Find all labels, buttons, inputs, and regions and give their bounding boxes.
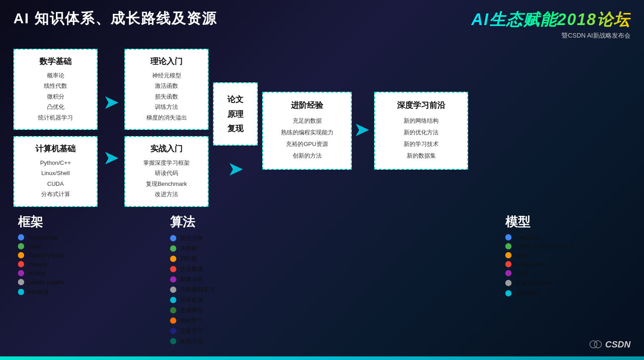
model-dot-5: [505, 270, 512, 276]
framework-dot-5: [18, 270, 24, 276]
practice-item-1: 掌握深度学习框架: [132, 158, 200, 168]
deep-item-1: 新的网络结构: [383, 115, 459, 127]
theory-intro-box: 理论入门 神经元模型 激活函数 损失函数 训练方法 梯度的消失溢出: [124, 49, 209, 130]
algo-item-3: 贝叶斯: [170, 255, 487, 263]
framework-text-6: paddle paddle: [28, 279, 64, 286]
deep-item-3: 新的学习技术: [383, 138, 459, 150]
algo-dot-4: [170, 266, 176, 272]
frameworks-items: TensorFlow Caffe Torch/PyTorch Theano: [18, 234, 116, 296]
logo-area: AI生态赋能2018论坛 暨CSDN AI新战略发布会: [471, 9, 631, 40]
practice-intro-box: 实战入门 掌握深度学习框架 研读代码 复现Benchmark 改进方法: [124, 136, 209, 207]
algo-text-7: 异常检测: [180, 296, 203, 304]
model-text-2: RNN/LSTM/GRU/NTM: [515, 243, 574, 250]
framework-dot-2: [18, 243, 24, 249]
theory-item-1: 神经元模型: [132, 70, 200, 81]
algo-dot-3: [170, 256, 176, 262]
framework-item-1: TensorFlow: [18, 234, 116, 241]
model-text-6: 自编码机/VAE: [515, 279, 551, 287]
model-item-1: CNN/IGN: [505, 234, 631, 241]
cs-basics-title: 计算机基础: [21, 143, 90, 154]
models-section: 模型 CNN/IGN RNN/LSTM/GRU/NTM DRN: [487, 214, 631, 345]
arrow-3: ➤: [352, 120, 372, 139]
framework-dot-7: [18, 289, 24, 295]
model-item-6: 自编码机/VAE: [505, 279, 631, 287]
algo-item-6: 关联规则学习: [170, 286, 487, 294]
algo-dot-9: [170, 317, 176, 324]
adv-item-4: 创新的方法: [271, 150, 343, 162]
framework-dot-6: [18, 279, 24, 285]
theory-practice-col: 理论入门 神经元模型 激活函数 损失函数 训练方法 梯度的消失溢出 实战入门 掌…: [124, 49, 209, 207]
model-item-7: 其他模型: [505, 289, 631, 297]
framework-item-3: Torch/PyTorch: [18, 252, 116, 259]
models-items: CNN/IGN RNN/LSTM/GRU/NTM DRN GAN/wGAN: [505, 234, 631, 297]
model-item-5: SVM: [505, 270, 631, 277]
algo-text-9: 强化学习: [180, 317, 203, 325]
model-dot-7: [505, 290, 512, 296]
practice-item-2: 研读代码: [132, 168, 200, 178]
arrow-2: ➤: [226, 159, 246, 179]
model-dot-3: [505, 252, 512, 258]
arrow-1-bottom: ➤: [101, 148, 121, 167]
arrow-col-3: ➤: [350, 120, 374, 139]
deep-learning-title: 深度学习前沿: [383, 100, 459, 111]
algo-text-4: 分层聚类: [180, 265, 203, 273]
model-dot-6: [505, 280, 512, 286]
csdn-icon: [589, 338, 602, 351]
practice-item-4: 改进方法: [132, 189, 200, 199]
algo-dot-7: [170, 297, 176, 303]
theory-item-3: 损失函数: [132, 91, 200, 102]
framework-item-7: Keras等: [18, 288, 116, 296]
framework-text-3: Torch/PyTorch: [28, 252, 64, 259]
theory-intro-items: 神经元模型 激活函数 损失函数 训练方法 梯度的消失溢出: [132, 70, 200, 123]
algo-text-8: 生成模型: [180, 306, 203, 314]
model-text-4: GAN/wGAN: [515, 261, 546, 268]
math-basics-box: 数学基础 概率论 线性代数 微积分 凸优化 统计机器学习: [13, 49, 98, 130]
frameworks-section: 框架 TensorFlow Caffe Torch/PyTorch: [13, 214, 116, 345]
cs-item-2: Linux/Shell: [21, 168, 90, 178]
algo-item-1: 线性分类: [170, 234, 487, 242]
page-title: AI 知识体系、成长路线及资源: [13, 9, 217, 29]
arrow-col-1: ➤ ➤: [98, 88, 124, 167]
svg-point-10: [594, 341, 601, 348]
theory-item-2: 激活函数: [132, 81, 200, 91]
model-dot-2: [505, 243, 512, 249]
algo-text-5: 聚类分析: [180, 275, 203, 283]
cs-item-1: Python/C++: [21, 158, 90, 168]
advanced-box: 进阶经验 充足的数据 熟练的编程实现能力 充裕的GPU资源 创新的方法: [262, 92, 352, 170]
csdn-logo: CSDN: [589, 338, 631, 351]
framework-item-5: MXNet: [18, 270, 116, 277]
arrow-1-top: ➤: [101, 92, 121, 112]
deep-item-2: 新的优化方法: [383, 127, 459, 138]
flow-row: 数学基础 概率论 线性代数 微积分 凸优化 统计机器学习 计算机基础 Pytho…: [13, 49, 631, 207]
algo-dot-11: [170, 338, 176, 344]
adv-item-1: 充足的数据: [271, 115, 343, 127]
algo-item-4: 分层聚类: [170, 265, 487, 273]
practice-intro-items: 掌握深度学习框架 研读代码 复现Benchmark 改进方法: [132, 158, 200, 200]
frameworks-label: 框架: [18, 214, 116, 231]
cs-basics-box: 计算机基础 Python/C++ Linux/Shell CUDA 分布式计算: [13, 136, 98, 207]
model-text-5: SVM: [515, 270, 528, 277]
adv-item-2: 熟练的编程实现能力: [271, 127, 343, 138]
algo-item-11: 其他方法: [170, 337, 487, 345]
main-layout: 数学基础 概率论 线性代数 微积分 凸优化 统计机器学习 计算机基础 Pytho…: [13, 49, 631, 345]
deep-learning-box: 深度学习前沿 新的网络结构 新的优化方法 新的学习技术 新的数据集: [374, 92, 468, 170]
model-item-2: RNN/LSTM/GRU/NTM: [505, 243, 631, 250]
algo-text-11: 其他方法: [180, 337, 203, 345]
algorithms-items: 线性分类 决策树 贝叶斯 分层聚类: [170, 234, 487, 345]
algo-dot-8: [170, 307, 176, 313]
logo-sub: 暨CSDN AI新战略发布会: [562, 32, 631, 40]
paper-line-1: 论文: [227, 92, 243, 107]
model-text-7: 其他模型: [515, 289, 538, 297]
paper-arrow-col: 论文 原理 复现 ➤: [209, 80, 262, 179]
deep-learning-items: 新的网络结构 新的优化方法 新的学习技术 新的数据集: [383, 115, 459, 162]
paper-line-2: 原理: [227, 107, 243, 121]
algo-text-2: 决策树: [180, 244, 197, 253]
algo-item-10: 迁移学习: [170, 327, 487, 335]
framework-dot-4: [18, 261, 24, 267]
model-dot-1: [505, 234, 512, 240]
theory-item-5: 梯度的消失溢出: [132, 112, 200, 123]
algo-dot-5: [170, 276, 176, 283]
algo-item-7: 异常检测: [170, 296, 487, 304]
algo-item-9: 强化学习: [170, 317, 487, 325]
left-basics-col: 数学基础 概率论 线性代数 微积分 凸优化 统计机器学习 计算机基础 Pytho…: [13, 49, 98, 207]
